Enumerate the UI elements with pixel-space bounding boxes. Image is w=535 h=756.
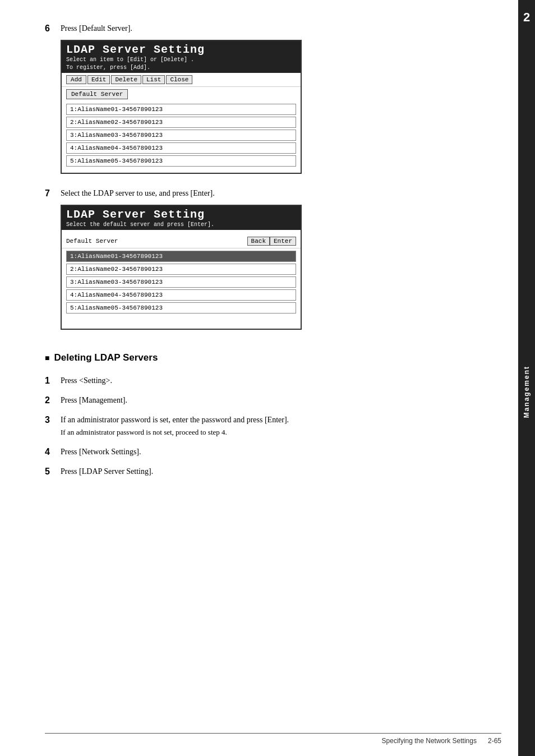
step-7-content: Select the LDAP server to use, and press… — [61, 187, 485, 335]
list-item-2[interactable]: 2:AliasName02-34567890123 — [66, 117, 296, 128]
screenshot-1-edit-btn[interactable]: Edit — [87, 75, 110, 84]
screenshot-2-header: LDAP Server Setting Select the default s… — [62, 206, 301, 230]
delete-step-2-content: Press [Management]. — [61, 394, 485, 406]
screenshot-1-add-btn[interactable]: Add — [66, 75, 86, 84]
side-tab: 2 Management — [518, 0, 535, 756]
delete-step-2: 2 Press [Management]. — [45, 394, 485, 406]
side-tab-number: 2 — [523, 10, 530, 25]
screenshot-2-list: 1:AliasName01-34567890123 2:AliasName02-… — [62, 248, 301, 320]
screenshot-2-title: LDAP Server Setting — [66, 208, 296, 221]
delete-step-5: 5 Press [LDAP Server Setting]. — [45, 465, 485, 477]
page-container: 6 Press [Default Server]. LDAP Server Se… — [0, 0, 535, 756]
screenshot-2-toolbar: Default Server Back Enter — [62, 234, 301, 248]
screenshot-1-header: LDAP Server Setting Select an item to [E… — [62, 41, 301, 73]
delete-step-3-text: If an administrator password is set, ent… — [61, 414, 485, 426]
step-7-text: Select the LDAP server to use, and press… — [61, 187, 485, 199]
step-6-text: Press [Default Server]. — [61, 22, 485, 34]
step-7: 7 Select the LDAP server to use, and pre… — [45, 187, 485, 335]
screenshot-2-subtitle: Select the default server and press [Ent… — [66, 221, 296, 229]
screenshot-2-list-item-4[interactable]: 4:AliasName04-34567890123 — [66, 289, 296, 301]
screenshot-1-toolbar: Add Edit Delete List Close — [62, 73, 301, 87]
screenshot-2-label: Default Server — [66, 238, 118, 245]
delete-step-2-number: 2 — [45, 394, 61, 405]
delete-step-5-content: Press [LDAP Server Setting]. — [61, 465, 485, 477]
delete-step-5-text: Press [LDAP Server Setting]. — [61, 465, 485, 477]
screenshot-1-list-btn[interactable]: List — [142, 75, 165, 84]
list-item-5[interactable]: 5:AliasName05-34567890123 — [66, 155, 296, 167]
section-heading: ■ Deleting LDAP Servers — [45, 352, 485, 363]
step-6-number: 6 — [45, 22, 61, 34]
delete-step-1-content: Press <Setting>. — [61, 375, 485, 386]
delete-step-4-text: Press [Network Settings]. — [61, 446, 485, 458]
delete-step-1-number: 1 — [45, 375, 61, 386]
delete-step-3: 3 If an administrator password is set, e… — [45, 414, 485, 438]
section-heading-text: Deleting LDAP Servers — [54, 352, 158, 363]
screenshot-1-delete-btn[interactable]: Delete — [111, 75, 141, 84]
delete-step-1-text: Press <Setting>. — [61, 375, 485, 386]
list-item-1[interactable]: 1:AliasName01-34567890123 — [66, 104, 296, 115]
screenshot-1-subtitle2: To register, press [Add]. — [66, 64, 296, 72]
screenshot-2-bottom-spacer — [62, 320, 301, 329]
screenshot-2: LDAP Server Setting Select the default s… — [61, 205, 302, 330]
delete-step-5-number: 5 — [45, 465, 61, 477]
delete-step-3-content: If an administrator password is set, ent… — [61, 414, 485, 438]
list-item-3[interactable]: 3:AliasName03-34567890123 — [66, 130, 296, 141]
step-7-number: 7 — [45, 187, 61, 199]
screenshot-1-title: LDAP Server Setting — [66, 43, 296, 56]
screenshot-2-list-item-5[interactable]: 5:AliasName05-34567890123 — [66, 302, 296, 314]
screenshot-1-close-btn[interactable]: Close — [166, 75, 192, 84]
step-6-content: Press [Default Server]. LDAP Server Sett… — [61, 22, 485, 179]
screenshot-1-list: 1:AliasName01-34567890123 2:AliasName02-… — [62, 102, 301, 173]
screenshot-2-buttons: Back Enter — [247, 237, 296, 246]
screenshot-2-list-item-1[interactable]: 1:AliasName01-34567890123 — [66, 251, 296, 262]
delete-step-4-number: 4 — [45, 446, 61, 457]
page-footer: Specifying the Network Settings 2-65 — [45, 733, 501, 745]
footer-page: 2-65 — [488, 737, 501, 745]
side-tab-label: Management — [523, 366, 531, 418]
delete-step-4-content: Press [Network Settings]. — [61, 446, 485, 458]
screenshot-2-list-item-2[interactable]: 2:AliasName02-34567890123 — [66, 264, 296, 275]
screenshot-1-subtitle1: Select an item to [Edit] or [Delete] . — [66, 56, 296, 64]
screenshot-2-back-btn[interactable]: Back — [247, 237, 270, 246]
screenshot-1-default-server-row: Default Server — [62, 87, 301, 102]
main-content: 6 Press [Default Server]. LDAP Server Se… — [0, 0, 518, 756]
screenshot-2-list-item-3[interactable]: 3:AliasName03-34567890123 — [66, 276, 296, 288]
list-item-4[interactable]: 4:AliasName04-34567890123 — [66, 142, 296, 154]
delete-step-2-text: Press [Management]. — [61, 394, 485, 406]
screenshot-1-default-server-btn[interactable]: Default Server — [66, 89, 128, 99]
delete-step-3-subtext: If an administrator password is not set,… — [61, 427, 485, 438]
screenshot-1: LDAP Server Setting Select an item to [E… — [61, 40, 302, 174]
screenshot-2-enter-btn[interactable]: Enter — [270, 237, 296, 246]
delete-step-1: 1 Press <Setting>. — [45, 375, 485, 386]
step-6: 6 Press [Default Server]. LDAP Server Se… — [45, 22, 485, 179]
delete-step-3-number: 3 — [45, 414, 61, 425]
section-bullet-icon: ■ — [45, 353, 49, 362]
screenshot-2-spacer — [62, 230, 301, 234]
footer-text: Specifying the Network Settings — [382, 737, 477, 745]
delete-step-4: 4 Press [Network Settings]. — [45, 446, 485, 458]
